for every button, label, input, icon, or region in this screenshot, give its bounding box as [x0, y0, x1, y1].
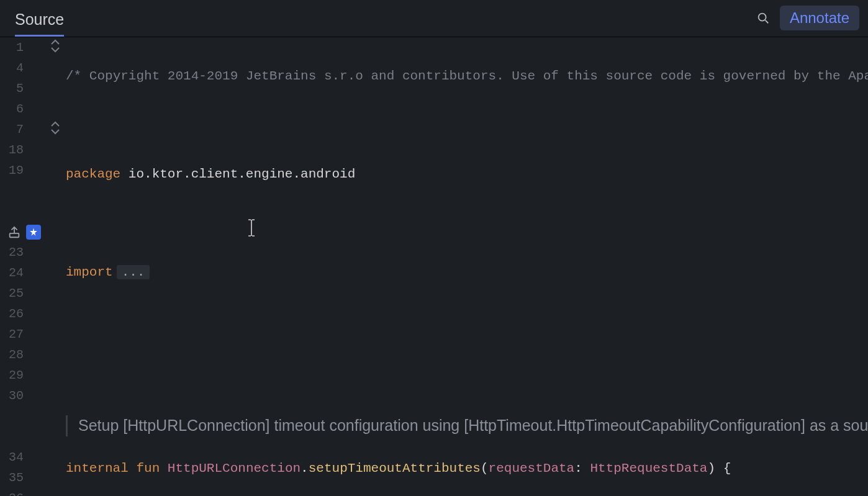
search-icon[interactable] [756, 11, 770, 25]
keyword-fun: fun [136, 461, 160, 476]
line-number: 29 [0, 365, 24, 386]
dot: . [301, 461, 309, 476]
line-number: 36 [0, 488, 24, 496]
keyword-package: package [66, 167, 120, 181]
folded-ellipsis[interactable]: ... [117, 265, 150, 279]
kdoc-text: Setup [HttpURLConnection] timeout config… [66, 415, 861, 436]
line-number: 26 [0, 304, 24, 324]
line-number: 7 [0, 119, 24, 140]
comment-start: /* [66, 69, 81, 83]
line-number: 23 [0, 242, 24, 263]
line-number [0, 406, 24, 447]
line-number: 4 [0, 58, 24, 78]
tab-source[interactable]: Source [15, 2, 64, 37]
svg-point-0 [759, 14, 766, 21]
top-right-controls: Annotate [756, 6, 859, 37]
code-line-signature: internal fun HttpURLConnection.setupTime… [66, 458, 868, 479]
keyword-internal: internal [66, 461, 129, 476]
code-line: package io.ktor.client.engine.android [66, 164, 868, 184]
code-line: import... [66, 262, 868, 282]
line-number: 27 [0, 324, 24, 345]
editor: 1 4 5 6 7 18 19 23 24 25 26 27 28 29 30 … [0, 37, 868, 496]
gutter-line-numbers: 1 4 5 6 7 18 19 23 24 25 26 27 28 29 30 … [0, 37, 29, 496]
function-name: setupTimeoutAttributes [309, 461, 481, 476]
svg-line-1 [766, 20, 769, 24]
kdoc-block: Setup [HttpURLConnection] timeout config… [66, 374, 868, 415]
line-number: 5 [0, 78, 24, 99]
comment-text: Copyright 2014-2019 JetBrains s.r.o and … [81, 69, 868, 83]
line-number: 25 [0, 283, 24, 304]
line-number: 19 [0, 160, 24, 181]
code-line: /* Copyright 2014-2019 JetBrains s.r.o a… [66, 66, 868, 86]
tabs: Source [15, 0, 64, 37]
line-number: 30 [0, 386, 24, 406]
receiver-type: HttpURLConnection [168, 461, 301, 476]
code-area[interactable]: /* Copyright 2014-2019 JetBrains s.r.o a… [66, 37, 868, 496]
gutter-actions [7, 222, 41, 242]
svg-rect-2 [10, 233, 19, 237]
package-path: io.ktor.client.engine.android [120, 167, 355, 181]
line-number: 6 [0, 99, 24, 119]
fold-icon[interactable] [50, 37, 61, 58]
line-number: 1 [0, 37, 24, 58]
bookmark-star-icon[interactable] [26, 225, 41, 240]
colon: : [574, 461, 590, 476]
top-bar: Source Annotate [0, 0, 868, 37]
fold-icon[interactable] [50, 119, 61, 140]
related-symbol-icon[interactable] [7, 225, 21, 239]
line-number: 18 [0, 140, 24, 160]
annotate-button[interactable]: Annotate [780, 6, 859, 30]
param-type: HttpRequestData [590, 461, 707, 476]
keyword-import: import [66, 265, 113, 279]
line-number: 35 [0, 467, 24, 488]
code-line [66, 115, 868, 135]
param-name: requestData [489, 461, 575, 476]
line-number: 34 [0, 447, 24, 467]
line-number: 28 [0, 345, 24, 365]
code-line [66, 311, 868, 331]
gutter-icons [29, 37, 66, 496]
rparen-brace: ) { [707, 461, 731, 476]
line-number: 24 [0, 263, 24, 283]
lparen: ( [481, 461, 489, 476]
line-number [0, 181, 24, 222]
code-line [66, 213, 868, 233]
